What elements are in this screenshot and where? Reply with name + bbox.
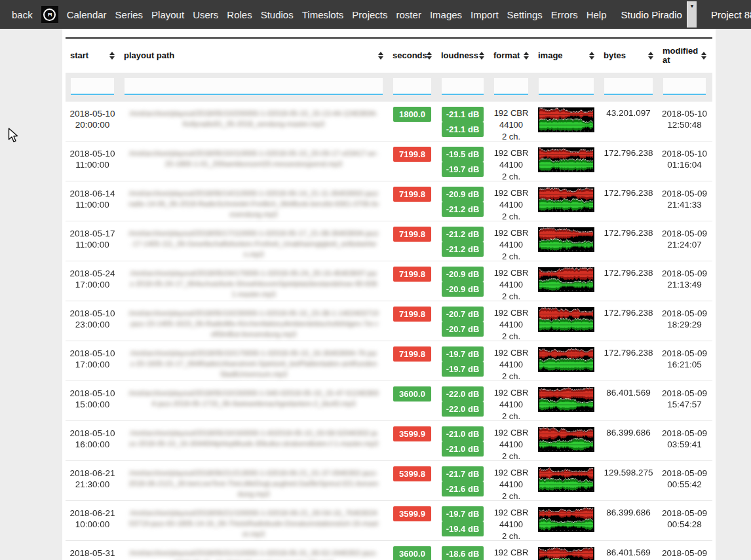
cell-seconds: 7199.8 bbox=[388, 147, 436, 181]
nav-item-calendar[interactable]: Calendar bbox=[67, 9, 107, 20]
cell-bytes: 43.201.097 bbox=[599, 107, 658, 141]
column-header-format[interactable]: format bbox=[489, 39, 533, 73]
cell-start: 2018-05-2417:00:00 bbox=[66, 267, 119, 301]
column-header-bytes[interactable]: bytes bbox=[599, 39, 658, 73]
cell-modified-at: 2018-05-0900:55:42 bbox=[658, 466, 711, 500]
cell-playout-path: /mnt/archive/playout/2018/05/10/110000-1… bbox=[119, 147, 388, 181]
sort-desc-icon bbox=[524, 56, 529, 60]
studio-select[interactable]: Studio Piradio ▼ bbox=[617, 1, 697, 28]
cell-bytes: 86.401.569 bbox=[599, 386, 658, 420]
cell-image bbox=[533, 187, 599, 221]
cell-format: 192 CBR441002 ch. bbox=[489, 426, 533, 460]
seconds-badge: 3600.0 bbox=[393, 546, 431, 560]
cell-modified-at: 2018-05-0918:29:29 bbox=[658, 307, 711, 341]
sort-icon bbox=[378, 52, 383, 60]
playout-path-redacted-text: /mnt/archive/playout/2018/05/10/200000-1… bbox=[122, 107, 385, 129]
filter-input-format[interactable] bbox=[494, 78, 528, 95]
cell-bytes: 86.401.569 bbox=[599, 546, 658, 560]
seconds-badge: 7199.8 bbox=[393, 307, 431, 322]
top-nav: back PI CalendarSeriesPlayoutUsersRolesS… bbox=[0, 0, 751, 29]
sort-asc-icon bbox=[378, 52, 383, 55]
cell-image bbox=[533, 107, 599, 141]
filter-input-bytes[interactable] bbox=[604, 78, 653, 95]
sort-asc-icon bbox=[109, 52, 115, 55]
waveform-image bbox=[538, 307, 594, 332]
waveform-image bbox=[538, 187, 594, 212]
seconds-badge: 3599.9 bbox=[393, 506, 431, 521]
studio-select-value: Studio Piradio bbox=[617, 1, 687, 28]
filter-cell-format bbox=[489, 78, 533, 95]
column-header-path[interactable]: playout path bbox=[119, 39, 388, 73]
sort-desc-icon bbox=[701, 56, 706, 60]
nav-item-timeslots[interactable]: Timeslots bbox=[302, 9, 344, 20]
column-header-label: bytes bbox=[604, 51, 626, 60]
cell-seconds: 7199.8 bbox=[388, 187, 436, 221]
nav-item-help[interactable]: Help bbox=[587, 9, 607, 20]
project-select[interactable]: Project 88vier ▼ bbox=[707, 1, 751, 28]
nav-item-studios[interactable]: Studios bbox=[261, 9, 294, 20]
cell-playout-path: /mnt/archive/playout/2018/05/10/160000-1… bbox=[119, 426, 388, 460]
loudness-badge: -22.0 dB bbox=[442, 401, 484, 417]
filter-input-path[interactable] bbox=[125, 78, 383, 95]
nav-item-playout[interactable]: Playout bbox=[151, 9, 184, 20]
nav-item-images[interactable]: Images bbox=[430, 9, 462, 20]
column-header-label: modified at bbox=[663, 47, 696, 65]
column-header-image[interactable]: image bbox=[533, 39, 599, 73]
cell-loudness: -19.7 dB-19.4 dB bbox=[436, 506, 489, 540]
cell-format: 192 CBR441002 ch. bbox=[489, 267, 533, 301]
loudness-badge: -21.1 dB bbox=[442, 122, 484, 137]
cell-playout-path: /mnt/archive/playout/2018/05/24/170000-1… bbox=[119, 267, 388, 301]
nav-item-projects[interactable]: Projects bbox=[352, 9, 387, 20]
nav-item-errors[interactable]: Errors bbox=[551, 9, 578, 20]
loudness-badge: -22.0 dB bbox=[442, 386, 484, 401]
table-row: 2018-05-2417:00:00/mnt/archive/playout/2… bbox=[66, 261, 712, 301]
filter-input-modified[interactable] bbox=[663, 78, 706, 95]
back-link[interactable]: back bbox=[12, 9, 33, 20]
cell-playout-path: /mnt/archive/playout/2018/06/21/100000-1… bbox=[119, 506, 388, 540]
cell-bytes: 172.796.238 bbox=[599, 227, 658, 261]
column-header-loudness[interactable]: loudness bbox=[436, 39, 489, 73]
column-header-seconds[interactable]: seconds bbox=[388, 39, 436, 73]
column-header-start[interactable]: start bbox=[66, 39, 119, 73]
filter-input-image[interactable] bbox=[539, 78, 594, 95]
cell-format: 192 CBR bbox=[489, 546, 533, 560]
cell-image bbox=[533, 267, 599, 301]
table-row: 2018-05-1016:00:00/mnt/archive/playout/2… bbox=[66, 420, 712, 460]
filter-input-seconds[interactable] bbox=[393, 78, 431, 95]
nav-item-series[interactable]: Series bbox=[115, 9, 144, 20]
cell-seconds: 7199.8 bbox=[388, 267, 436, 301]
filter-input-start[interactable] bbox=[71, 78, 114, 95]
loudness-badge: -19.7 dB bbox=[442, 362, 484, 377]
cell-seconds: 3600.0 bbox=[388, 386, 436, 420]
cell-seconds: 5399.8 bbox=[388, 466, 436, 500]
nav-item-users[interactable]: Users bbox=[193, 9, 218, 20]
cell-modified-at: 2018-05-0915:47:57 bbox=[658, 386, 711, 420]
loudness-badge: -21.0 dB bbox=[442, 441, 484, 457]
nav-item-roster[interactable]: roster bbox=[396, 9, 421, 20]
seconds-badge: 1800.0 bbox=[393, 107, 431, 122]
filter-cell-start bbox=[66, 78, 119, 95]
cell-image bbox=[533, 546, 599, 560]
filter-input-loudness[interactable] bbox=[442, 78, 484, 95]
playout-path-redacted-text: /mnt/archive/playout/2018/05/10/230000-1… bbox=[122, 307, 385, 339]
filter-cell-path bbox=[119, 78, 388, 95]
sort-icon bbox=[109, 52, 115, 60]
loudness-badge: -21.0 dB bbox=[442, 426, 484, 441]
app-logo-icon[interactable]: PI bbox=[41, 6, 58, 23]
loudness-badge: -19.7 dB bbox=[442, 346, 484, 362]
cell-loudness: -18.6 dB bbox=[436, 546, 489, 560]
cell-bytes: 129.598.275 bbox=[599, 466, 658, 500]
cell-seconds: 7199.8 bbox=[388, 227, 436, 261]
nav-item-settings[interactable]: Settings bbox=[507, 9, 543, 20]
playout-path-redacted-text: /mnt/archive/playout/2018/05/24/170000-1… bbox=[122, 267, 385, 299]
sort-desc-icon bbox=[378, 56, 383, 60]
seconds-badge: 3600.0 bbox=[393, 386, 431, 401]
nav-item-roles[interactable]: Roles bbox=[227, 9, 252, 20]
sort-desc-icon bbox=[479, 56, 484, 60]
nav-item-import[interactable]: Import bbox=[471, 9, 499, 20]
loudness-badge: -20.9 dB bbox=[442, 267, 484, 282]
cell-image bbox=[533, 227, 599, 261]
column-header-modified[interactable]: modified at bbox=[658, 39, 711, 73]
cell-playout-path: /mnt/archive/playout/2018/05/10/230000-1… bbox=[119, 307, 388, 341]
playout-path-redacted-text: /mnt/archive/playout/2018/05/10/110000-1… bbox=[122, 147, 385, 169]
